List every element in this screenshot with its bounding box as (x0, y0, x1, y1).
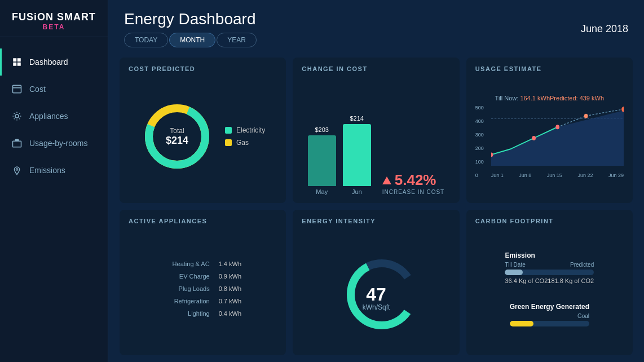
till-date-label: Till Date (505, 262, 525, 268)
change-percent: 5.42% (382, 171, 444, 189)
tab-month[interactable]: MONTH (169, 33, 215, 47)
sidebar-label-rooms: Usage-by-rooms (29, 139, 87, 148)
svg-point-10 (532, 136, 536, 140)
jun-bar-group: $214 Jun (343, 115, 371, 195)
appliance-value-2: 0.8 kWh (219, 285, 247, 292)
gauge-value: 47 (363, 285, 390, 303)
bar-chart: $203 May $214 Jun (308, 115, 371, 195)
donut-total-label: Total (166, 127, 188, 135)
svg-point-4 (16, 169, 18, 170)
predicted: Predicted: 439 kWh (550, 95, 604, 101)
appliance-row-4: Lighting 0.4 kWh (159, 310, 247, 317)
x-axis: Jun 1Jun 8Jun 15Jun 22Jun 29 (491, 173, 624, 178)
appliance-name-4: Lighting (159, 310, 210, 317)
usage-svg (491, 105, 624, 166)
energy-intensity-title: ENERGY INTENSITY (302, 218, 450, 224)
gas-dot (225, 139, 232, 146)
cards-grid: COST PREDICTED Total $214 Electricit (108, 53, 644, 362)
sidebar-label-cost: Cost (29, 85, 46, 94)
energy-intensity-card: ENERGY INTENSITY 47 kWh/Sqft (293, 210, 459, 355)
cost-predicted-title: COST PREDICTED (129, 65, 277, 72)
main-header: Energy Dashboard TODAY MONTH YEAR June 2… (108, 0, 644, 53)
appliance-name-2: Plug Loads (159, 285, 210, 292)
carbon-footprint-title: CARBON FOOTPRINT (475, 218, 624, 224)
sidebar-item-dashboard[interactable]: Dashboard (0, 48, 108, 76)
cost-predicted-card: COST PREDICTED Total $214 Electricit (120, 58, 286, 203)
emissions-icon (11, 165, 23, 176)
donut-chart: Total $214 (140, 100, 214, 173)
sidebar-item-usage-by-rooms[interactable]: Usage-by-rooms (0, 130, 108, 157)
appliance-name-3: Refrigeration (159, 298, 210, 304)
gauge-label: 47 kWh/Sqft (363, 285, 390, 311)
main-content: Energy Dashboard TODAY MONTH YEAR June 2… (108, 0, 644, 362)
gas-label: Gas (236, 139, 249, 147)
donut-total-value: $214 (166, 135, 188, 147)
legend-gas: Gas (225, 139, 265, 147)
goal-label: Goal (577, 313, 589, 319)
green-energy-section: Green Energy Generated Goal (510, 303, 589, 326)
change-in-cost-title: CHANGE IN COST (302, 65, 450, 72)
green-bar-container (510, 321, 589, 326)
sidebar-header: FUSiON SMART BETA (0, 0, 108, 37)
emission-sub-header: Till Date Predicted (505, 262, 594, 268)
gauge-unit: kWh/Sqft (363, 303, 390, 311)
may-bar (308, 135, 336, 186)
change-cost-body: $203 May $214 Jun 5.42% INCREA (302, 78, 450, 195)
legend: Electricity Gas (225, 126, 265, 147)
svg-point-11 (555, 125, 559, 129)
usage-chart-area: 5004003002001000 (475, 105, 624, 178)
appliance-row-2: Plug Loads 0.8 kWh (159, 285, 247, 293)
legend-electricity: Electricity (225, 126, 265, 134)
green-sub-header: Goal (510, 313, 589, 319)
appliances-body: Heating & AC 1.4 kWh EV Charge 0.9 kWh P… (129, 230, 277, 347)
sidebar: FUSiON SMART BETA Dashboard Cost Applian… (0, 0, 108, 362)
carbon-footprint-card: CARBON FOOTPRINT Emission Till Date Pred… (466, 210, 633, 355)
sidebar-item-appliances[interactable]: Appliances (0, 103, 108, 130)
active-appliances-title: ACTIVE APPLIANCES (129, 218, 277, 224)
svg-rect-0 (13, 85, 21, 93)
page-title: Energy Dashboard (124, 10, 257, 28)
electricity-label: Electricity (236, 126, 265, 134)
y-axis: 5004003002001000 (475, 105, 489, 178)
svg-point-2 (15, 114, 19, 118)
jun-label: Jun (352, 188, 362, 195)
sidebar-label-emissions: Emissions (29, 166, 65, 175)
header-date: June 2018 (581, 23, 628, 35)
appliance-name-0: Heating & AC (159, 261, 210, 267)
appliance-row-3: Refrigeration 0.7 kWh (159, 297, 247, 305)
beta-badge: BETA (11, 23, 96, 31)
sidebar-item-cost[interactable]: Cost (0, 76, 108, 103)
green-bar-fill (510, 321, 533, 326)
sidebar-label-dashboard: Dashboard (29, 58, 68, 67)
sidebar-item-emissions[interactable]: Emissions (0, 157, 108, 184)
till-date-value: 36.4 Kg of CO2 (505, 277, 548, 284)
donut-label: Total $214 (166, 127, 188, 147)
appliance-row-0: Heating & AC 1.4 kWh (159, 260, 247, 268)
gauge-chart: 47 kWh/Sqft (339, 252, 413, 325)
appliance-row-1: EV Charge 0.9 kWh (159, 272, 247, 280)
time-tabs: TODAY MONTH YEAR (124, 33, 257, 47)
appliances-icon (11, 111, 23, 122)
appliance-value-4: 0.4 kWh (219, 310, 247, 317)
active-appliances-card: ACTIVE APPLIANCES Heating & AC 1.4 kWh E… (120, 210, 286, 355)
appliance-value-0: 1.4 kWh (219, 261, 247, 267)
dashboard-icon (11, 56, 23, 68)
usage-header: Till Now: 164.1 kWh Predicted: 439 kWh (495, 95, 604, 101)
may-bar-group: $203 May (308, 126, 336, 195)
tab-year[interactable]: YEAR (217, 33, 257, 47)
may-value: $203 (315, 126, 329, 133)
cost-icon (11, 83, 23, 95)
sidebar-label-appliances: Appliances (29, 112, 68, 121)
energy-body: 47 kWh/Sqft (302, 230, 450, 347)
green-energy-title: Green Energy Generated (510, 303, 589, 311)
cost-predicted-body: Total $214 Electricity Gas (129, 78, 277, 195)
electricity-dot (225, 127, 232, 134)
tab-today[interactable]: TODAY (124, 33, 168, 47)
emission-title: Emission (505, 251, 594, 259)
may-label: May (316, 188, 328, 195)
carbon-body: Emission Till Date Predicted 36.4 Kg of … (475, 230, 624, 347)
predicted-co2-value: 181.8 Kg of CO2 (548, 277, 594, 284)
appliance-name-1: EV Charge (159, 273, 210, 280)
emission-section: Emission Till Date Predicted 36.4 Kg of … (505, 251, 594, 284)
appliance-value-1: 0.9 kWh (219, 273, 247, 280)
